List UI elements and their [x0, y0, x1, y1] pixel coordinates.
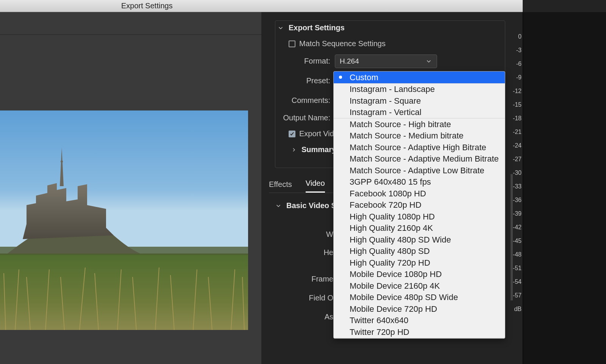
summary-header[interactable]: Summary — [291, 145, 336, 154]
preset-option[interactable]: Match Source - Medium bitrate — [334, 130, 505, 142]
format-label: Format: — [289, 57, 330, 65]
meter-level-label: -39 — [506, 210, 522, 217]
meter-level-label: -21 — [506, 129, 522, 135]
comments-label: Comments: — [281, 96, 330, 105]
meter-level-label: -42 — [506, 224, 522, 231]
format-value: H.264 — [340, 57, 359, 65]
export-settings-title: Export Settings — [289, 23, 345, 32]
preset-option[interactable]: Mobile Device 2160p 4K — [334, 280, 505, 292]
chevron-right-icon — [291, 147, 297, 153]
preset-option[interactable]: High Quality 480p SD — [334, 246, 505, 257]
preset-option[interactable]: Facebook 1080p HD — [334, 188, 505, 199]
output-name-label: Output Name: — [273, 114, 330, 122]
preset-option[interactable]: High Quality 1080p HD — [334, 211, 505, 222]
meter-level-label: -6 — [506, 61, 522, 67]
preset-option[interactable]: Custom — [334, 72, 505, 83]
preset-option[interactable]: High Quality 2160p 4K — [334, 222, 505, 234]
meter-level-label: -36 — [506, 197, 522, 204]
format-select[interactable]: H.264 — [335, 54, 437, 68]
preset-option[interactable]: Mobile Device 720p HD — [334, 303, 505, 315]
preset-option[interactable]: Match Source - High bitrate — [334, 118, 505, 130]
tab-video[interactable]: Video — [306, 179, 325, 193]
preset-option[interactable]: Twitter 640x640 — [334, 315, 505, 327]
height-label: He — [258, 248, 333, 257]
width-label: W — [258, 230, 333, 239]
chevron-down-icon — [277, 25, 284, 31]
meter-level-label: -24 — [506, 142, 522, 149]
preset-option[interactable]: Match Source - Adaptive Low Bitrate — [334, 165, 505, 176]
meter-level-label: -30 — [506, 170, 522, 176]
preview-tabstrip — [0, 12, 261, 35]
audio-meter: 0-3-6-9-12-15-18-21-24-27-30-33-36-39-42… — [523, 12, 606, 364]
preset-option[interactable]: Instagram - Landscape — [334, 84, 505, 95]
settings-scrollbar[interactable] — [511, 174, 513, 300]
export-video-checkbox[interactable] — [289, 131, 295, 137]
preview-panel — [0, 12, 261, 364]
preset-option[interactable]: Match Source - Adaptive High Bitrate — [334, 142, 505, 153]
svg-rect-1 — [0, 254, 248, 330]
meter-level-label: -57 — [506, 292, 522, 299]
chevron-down-icon — [425, 58, 432, 65]
preset-option[interactable]: Instagram - Square — [334, 95, 505, 107]
preset-label: Preset: — [289, 76, 330, 85]
preset-option[interactable]: Twitter 720p HD — [334, 326, 505, 338]
meter-level-label: -18 — [506, 115, 522, 122]
audio-meter-scale: 0-3-6-9-12-15-18-21-24-27-30-33-36-39-42… — [525, 12, 548, 364]
match-sequence-row: Match Sequence Settings — [289, 39, 386, 48]
meter-level-label: -33 — [506, 183, 522, 190]
frame-label: Frame — [258, 275, 333, 283]
preset-option[interactable]: Match Source - Adaptive Medium Bitrate — [334, 153, 505, 165]
svg-point-3 — [61, 160, 63, 163]
chevron-down-icon — [275, 202, 282, 209]
preset-option[interactable]: Mobile Device 480p SD Wide — [334, 292, 505, 303]
tab-effects[interactable]: Effects — [269, 180, 292, 193]
preset-option[interactable]: Mobile Device 1080p HD — [334, 269, 505, 280]
preset-dropdown[interactable]: CustomInstagram - LandscapeInstagram - S… — [333, 71, 505, 339]
meter-level-label: -54 — [506, 278, 522, 285]
match-sequence-checkbox[interactable] — [289, 40, 295, 47]
meter-level-label: -27 — [506, 156, 522, 163]
export-settings-window: Export Settings — [0, 0, 606, 364]
preset-option[interactable]: High Quality 720p HD — [334, 257, 505, 269]
meter-level-label: -12 — [506, 88, 522, 95]
meter-level-label: -3 — [506, 47, 522, 54]
meter-level-label: dB — [506, 306, 522, 313]
preset-option[interactable]: High Quality 480p SD Wide — [334, 234, 505, 246]
meter-level-label: 0 — [506, 33, 522, 40]
window-titlebar[interactable]: Export Settings — [0, 0, 523, 12]
preset-option[interactable]: 3GPP 640x480 15 fps — [334, 176, 505, 188]
video-preview[interactable] — [0, 110, 248, 330]
export-settings-header[interactable]: Export Settings — [277, 23, 345, 32]
meter-level-label: -9 — [506, 74, 522, 81]
preview-image — [0, 110, 248, 330]
field-order-label: Field O — [258, 294, 333, 302]
meter-level-label: -15 — [506, 101, 522, 108]
meter-level-label: -45 — [506, 238, 522, 244]
preset-option[interactable]: Facebook 720p HD — [334, 199, 505, 211]
aspect-label: As — [258, 313, 333, 321]
match-sequence-label: Match Sequence Settings — [299, 39, 386, 48]
preset-option[interactable]: Instagram - Vertical — [334, 107, 505, 118]
summary-label: Summary — [301, 145, 336, 154]
meter-level-label: -51 — [506, 265, 522, 272]
meter-level-label: -48 — [506, 251, 522, 258]
window-title: Export Settings — [121, 2, 173, 10]
